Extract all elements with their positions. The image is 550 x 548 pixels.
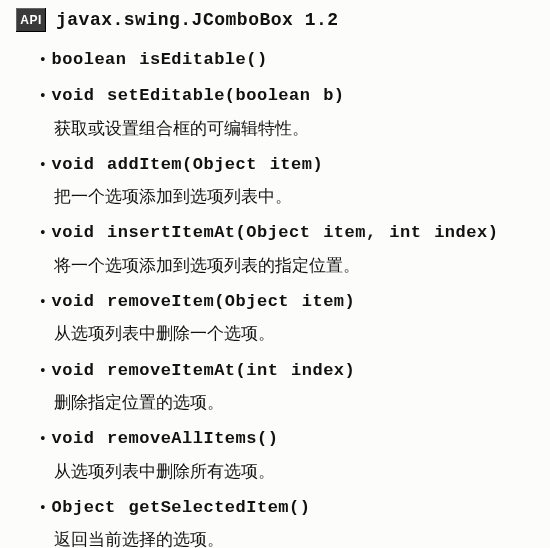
method-description: 从选项列表中删除一个选项。 [40,318,534,350]
method-signature: boolean isEditable() [52,44,268,76]
method-list: • boolean isEditable() • void setEditabl… [16,44,534,548]
api-badge-icon: API [16,8,46,32]
api-badge-text: API [20,13,42,27]
class-title: javax.swing.JComboBox 1.2 [56,10,339,30]
signature-line: • void removeAllItems() [40,423,534,455]
method-entry: • void setEditable(boolean b) 获取或设置组合框的可… [40,80,534,145]
signature-line: • void setEditable(boolean b) [40,80,534,112]
method-description: 把一个选项添加到选项列表中。 [40,181,534,213]
method-signature: void insertItemAt(Object item, int index… [52,217,499,249]
method-entry: • void insertItemAt(Object item, int ind… [40,217,534,282]
method-entry: • boolean isEditable() [40,44,534,76]
bullet-icon: • [40,294,46,310]
bullet-icon: • [40,88,46,104]
bullet-icon: • [40,157,46,173]
api-doc-page: API javax.swing.JComboBox 1.2 • boolean … [0,0,550,548]
method-signature: void removeItem(Object item) [52,286,356,318]
signature-line: • void removeItem(Object item) [40,286,534,318]
method-signature: void addItem(Object item) [52,149,324,181]
method-description: 返回当前选择的选项。 [40,524,534,548]
method-entry: • void addItem(Object item) 把一个选项添加到选项列表… [40,149,534,214]
api-header: API javax.swing.JComboBox 1.2 [16,8,534,32]
method-description: 将一个选项添加到选项列表的指定位置。 [40,250,534,282]
method-entry: • void removeItemAt(int index) 删除指定位置的选项… [40,355,534,420]
method-entry: • Object getSelectedItem() 返回当前选择的选项。 [40,492,534,548]
method-signature: void removeItemAt(int index) [52,355,356,387]
method-signature: void removeAllItems() [52,423,279,455]
bullet-icon: • [40,225,46,241]
signature-line: • Object getSelectedItem() [40,492,534,524]
method-entry: • void removeItem(Object item) 从选项列表中删除一… [40,286,534,351]
method-description: 获取或设置组合框的可编辑特性。 [40,113,534,145]
bullet-icon: • [40,52,46,68]
signature-line: • void removeItemAt(int index) [40,355,534,387]
bullet-icon: • [40,363,46,379]
signature-line: • void insertItemAt(Object item, int ind… [40,217,534,249]
bullet-icon: • [40,500,46,516]
method-description: 删除指定位置的选项。 [40,387,534,419]
method-signature: Object getSelectedItem() [52,492,311,524]
method-entry: • void removeAllItems() 从选项列表中删除所有选项。 [40,423,534,488]
method-description: 从选项列表中删除所有选项。 [40,456,534,488]
signature-line: • boolean isEditable() [40,44,534,76]
bullet-icon: • [40,431,46,447]
method-signature: void setEditable(boolean b) [52,80,345,112]
signature-line: • void addItem(Object item) [40,149,534,181]
